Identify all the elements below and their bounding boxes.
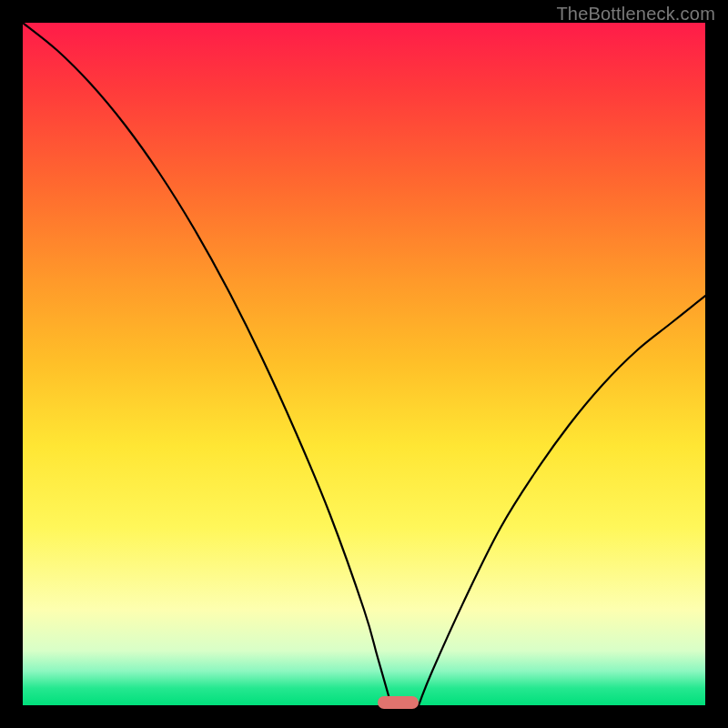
chart-frame: TheBottleneck.com (0, 0, 728, 728)
plot-area (23, 23, 705, 705)
curve-right (419, 296, 705, 705)
watermark-text: TheBottleneck.com (556, 4, 715, 25)
minimum-marker (378, 696, 419, 709)
curve-svg (23, 23, 705, 705)
curve-left (23, 23, 391, 705)
